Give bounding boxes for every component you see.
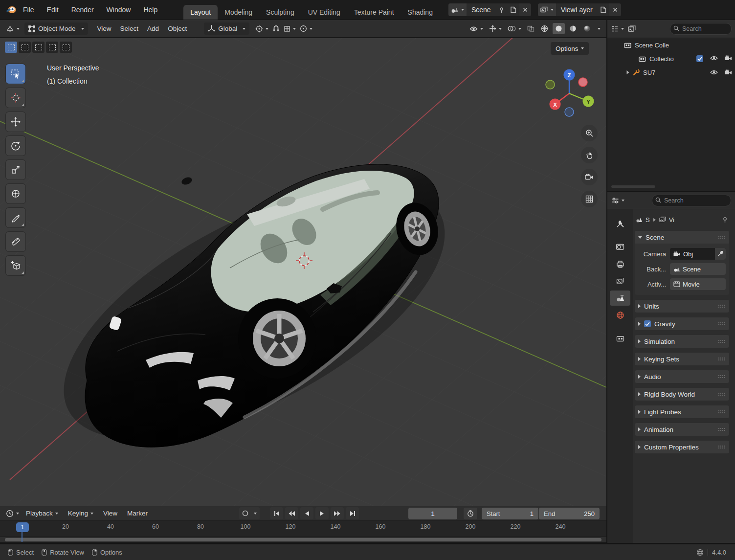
viewlayer-browse-button[interactable]: [538, 3, 556, 16]
shading-wireframe-button[interactable]: [538, 23, 551, 34]
drag-handle[interactable]: [718, 339, 726, 344]
drag-handle[interactable]: [718, 445, 726, 449]
navigation-gizmo[interactable]: Z X Y: [541, 65, 598, 122]
viewport-canvas[interactable]: [0, 38, 606, 506]
overlays-dropdown-button[interactable]: [506, 22, 523, 35]
pan-button[interactable]: [581, 147, 598, 163]
properties-editor-type-button[interactable]: [611, 197, 624, 204]
timeline-ruler[interactable]: 20 40 60 80 100 120 140 160 180 200 220 …: [0, 521, 606, 537]
panel-simulation[interactable]: Simulation: [635, 335, 729, 348]
viewport-3d[interactable]: User Perspective (1) Collection Options: [0, 38, 606, 506]
proportional-editing-button[interactable]: [298, 22, 314, 35]
properties-search-input[interactable]: [652, 195, 731, 206]
add-cube-tool[interactable]: [6, 256, 25, 275]
background-scene-field[interactable]: Scene: [670, 263, 726, 275]
tab-shading[interactable]: Shading: [401, 5, 440, 20]
annotate-tool[interactable]: [6, 208, 25, 227]
next-keyframe-button[interactable]: [331, 507, 344, 519]
remove-viewlayer-icon[interactable]: [609, 3, 621, 16]
menu-add[interactable]: Add: [143, 25, 163, 32]
blender-logo-icon[interactable]: [5, 5, 17, 15]
outliner-row-scene-collection[interactable]: Scene Colle: [607, 38, 735, 52]
tab-modeling[interactable]: Modeling: [218, 5, 259, 20]
gravity-checkbox[interactable]: [644, 320, 651, 327]
panel-keying-sets[interactable]: Keying Sets: [635, 353, 729, 365]
play-button[interactable]: [315, 507, 329, 519]
panel-rigid-body-world[interactable]: Rigid Body World: [635, 388, 729, 401]
drag-handle[interactable]: [718, 304, 726, 309]
menu-file[interactable]: File: [17, 6, 41, 14]
collection-checkbox[interactable]: [692, 55, 707, 62]
active-clip-field[interactable]: Movie: [670, 278, 726, 290]
eyedropper-icon[interactable]: [715, 248, 726, 260]
breadcrumb-scene[interactable]: S: [646, 216, 650, 224]
snap-settings-button[interactable]: [282, 22, 298, 35]
drag-handle[interactable]: [718, 357, 726, 361]
jump-to-start-button[interactable]: [270, 507, 283, 519]
axis-x-neg-ball[interactable]: [579, 78, 587, 87]
frame-end-field[interactable]: End 250: [539, 508, 600, 519]
timeline-view-menu[interactable]: View: [98, 510, 122, 517]
auto-keyframe-toggle[interactable]: [239, 507, 260, 519]
timeline-marker-menu[interactable]: Marker: [122, 510, 153, 517]
current-frame-field[interactable]: 1: [408, 508, 457, 519]
camera-field[interactable]: Obj: [670, 248, 726, 260]
visibility-dropdown-button[interactable]: [468, 22, 485, 35]
panel-custom-properties[interactable]: Custom Properties: [635, 441, 729, 453]
prev-keyframe-button[interactable]: [285, 507, 298, 519]
mode-selector[interactable]: Object Mode: [24, 22, 88, 35]
outliner-display-mode-button[interactable]: [628, 25, 636, 32]
jump-to-end-button[interactable]: [346, 507, 359, 519]
drag-handle[interactable]: [718, 392, 726, 397]
menu-edit[interactable]: Edit: [41, 6, 65, 14]
tab-layout[interactable]: Layout: [183, 5, 218, 20]
select-mode-extend-button[interactable]: [19, 42, 31, 53]
viewlayer-name[interactable]: ViewLayer: [556, 6, 598, 14]
gizmos-dropdown-button[interactable]: [487, 22, 504, 35]
xray-toggle-button[interactable]: [525, 22, 536, 35]
keying-menu[interactable]: Keying: [63, 510, 98, 517]
menu-help[interactable]: Help: [137, 6, 164, 14]
tab-sculpting[interactable]: Sculpting: [259, 5, 301, 20]
menu-window[interactable]: Window: [100, 6, 137, 14]
menu-render[interactable]: Render: [65, 6, 100, 14]
select-mode-new-button[interactable]: [5, 42, 17, 53]
axis-z-neg-ball[interactable]: [565, 108, 574, 116]
new-viewlayer-icon[interactable]: [598, 3, 609, 16]
options-dropdown[interactable]: Options: [551, 42, 589, 55]
frame-start-field[interactable]: Start 1: [482, 508, 538, 519]
panel-gravity[interactable]: Gravity: [635, 317, 729, 330]
rotate-tool[interactable]: [6, 136, 25, 156]
select-mode-subtract-button[interactable]: [32, 42, 45, 53]
outliner-row-su7[interactable]: SU7: [607, 66, 735, 79]
expand-chevron-icon[interactable]: [626, 70, 630, 75]
tab-scene[interactable]: [610, 291, 630, 306]
tab-uv-editing[interactable]: UV Editing: [301, 5, 347, 20]
use-preview-range-button[interactable]: [464, 508, 477, 519]
scene-name[interactable]: Scene: [467, 6, 496, 14]
drag-handle[interactable]: [718, 375, 726, 379]
drag-handle[interactable]: [718, 235, 726, 240]
outliner-row-collection[interactable]: Collectio: [607, 52, 735, 66]
scale-tool[interactable]: [6, 160, 25, 179]
tab-viewlayer[interactable]: [610, 273, 630, 289]
tab-texture-paint[interactable]: Texture Paint: [347, 5, 401, 20]
transform-tool[interactable]: [6, 184, 25, 203]
tab-world[interactable]: [610, 308, 630, 323]
zoom-button[interactable]: [581, 125, 598, 141]
breadcrumb-viewlayer[interactable]: Vi: [669, 216, 674, 224]
camera-view-button[interactable]: [581, 169, 598, 185]
tab-tool[interactable]: [610, 216, 630, 231]
toggle-ortho-button[interactable]: [581, 191, 598, 207]
snap-toggle-button[interactable]: [270, 22, 282, 35]
panel-scene-header[interactable]: Scene: [635, 231, 729, 244]
disable-render-camera-icon[interactable]: [721, 69, 735, 75]
outliner-scrollbar[interactable]: [611, 185, 655, 188]
disable-render-camera-icon[interactable]: [721, 55, 735, 62]
hide-viewport-eye-icon[interactable]: [707, 69, 721, 75]
measure-tool[interactable]: [6, 232, 25, 251]
pin-icon[interactable]: [722, 217, 728, 223]
shading-material-button[interactable]: [567, 23, 579, 34]
select-box-tool[interactable]: [6, 64, 25, 84]
tab-collection[interactable]: [610, 331, 630, 346]
